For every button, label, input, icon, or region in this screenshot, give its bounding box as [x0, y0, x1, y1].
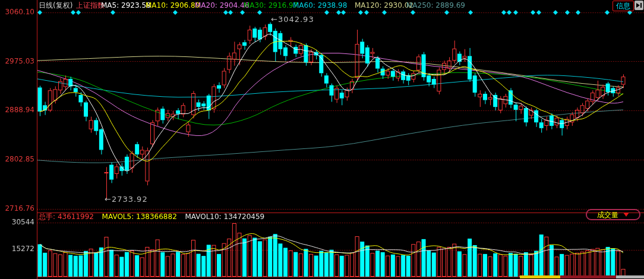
ma-legend-item: MA250: 2889.69: [406, 1, 465, 11]
arrow-right-icon: [636, 3, 640, 8]
candlestick-chart-canvas[interactable]: [0, 0, 644, 279]
period-label[interactable]: 日线(复权): [39, 1, 72, 11]
mavol5-value: 138366882: [136, 213, 177, 221]
axis-tick-label: 3060.10: [0, 8, 34, 16]
price-annotation: ←3042.93: [271, 15, 314, 24]
next-arrow-button[interactable]: [634, 1, 643, 10]
axis-tick-label: 2802.85: [0, 155, 34, 163]
price-annotation: ←2733.92: [105, 195, 148, 204]
scrollbar-segment[interactable]: [560, 275, 616, 278]
ma-legend-item: MA120: 2930.02: [355, 1, 413, 11]
ma-legend-item: MA60: 2938.98: [293, 1, 347, 11]
ma-legend-item: MA30: 2916.97: [244, 1, 298, 11]
mavol5-label: MAVOL5:: [102, 213, 134, 221]
volume-pane-header: 总手: 43611992 MAVOL5: 138366882 MAVOL10: …: [39, 213, 264, 221]
chevron-down-icon: [623, 213, 629, 217]
scrollbar-segment[interactable]: [616, 275, 644, 278]
info-button[interactable]: 信息: [613, 1, 634, 11]
mavol10-value: 134720459: [224, 213, 265, 221]
axis-tick-label: 30544: [0, 218, 34, 226]
axis-tick-label: 2888.94: [0, 106, 34, 114]
volume-indicator-dropdown[interactable]: 成交量: [586, 209, 640, 220]
ma-legend-item: MA5: 2923.58: [101, 1, 151, 11]
ma-legend-item: MA20: 2904.46: [195, 1, 249, 11]
axis-tick-label: 2716.76: [0, 204, 34, 213]
index-name[interactable]: 上证指数: [76, 1, 105, 11]
zongshou-value: 43611992: [58, 213, 94, 221]
mavol10-label: MAVOL10:: [185, 213, 221, 221]
dropdown-label: 成交量: [597, 211, 618, 219]
scrollbar-segment[interactable]: [520, 275, 560, 278]
zongshou-label: 总手:: [39, 213, 55, 221]
axis-tick-label: 15272: [0, 245, 34, 253]
trading-app-window: 日线(复权) 上证指数 MA5: 2923.58MA10: 2906.80MA2…: [0, 0, 644, 279]
axis-tick-label: 2975.03: [0, 57, 34, 65]
ma-legend-item: MA10: 2906.80: [146, 1, 200, 11]
